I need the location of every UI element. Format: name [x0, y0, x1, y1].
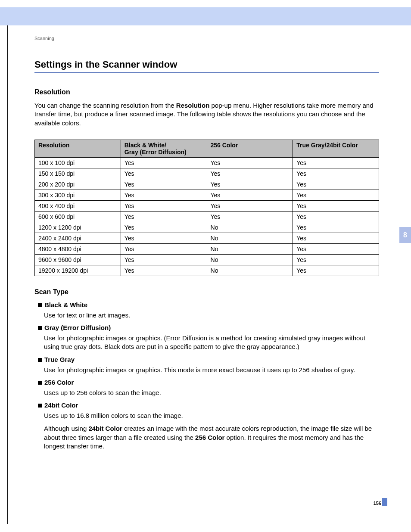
cell-resolution: 9600 x 9600 dpi	[35, 254, 121, 265]
cell-bw: Yes	[121, 211, 207, 222]
table-header-256color: 256 Color	[207, 140, 293, 157]
cell-true: Yes	[293, 168, 379, 179]
table-header-bw-line1: Black & White/	[125, 142, 166, 149]
table-row: 300 x 300 dpi Yes Yes Yes	[35, 190, 379, 200]
list-item: True Gray Use for photographic images or…	[34, 356, 379, 374]
cell-256: Yes	[207, 190, 293, 200]
resolution-para-pre: You can change the scanning resolution f…	[34, 102, 176, 109]
cell-resolution: 300 x 300 dpi	[35, 190, 121, 200]
resolution-paragraph: You can change the scanning resolution f…	[34, 101, 379, 128]
scan-type-title-line: 256 Color	[38, 379, 379, 386]
cell-resolution: 2400 x 2400 dpi	[35, 233, 121, 243]
scan-type-heading: Scan Type	[34, 288, 379, 296]
scan-type-title-line: 24bit Color	[38, 401, 379, 409]
square-bullet-icon	[38, 381, 42, 385]
cell-resolution: 150 x 150 dpi	[35, 168, 121, 179]
cell-256: No	[207, 222, 293, 233]
desc2-pre: Although using	[44, 425, 88, 432]
square-bullet-icon	[38, 326, 42, 330]
cell-256: No	[207, 254, 293, 265]
cell-bw: Yes	[121, 190, 207, 200]
table-row: 200 x 200 dpi Yes Yes Yes	[35, 179, 379, 190]
scan-type-desc: Uses up to 16.8 million colors to scan t…	[44, 411, 379, 420]
cell-bw: Yes	[121, 179, 207, 190]
cell-256: No	[207, 265, 293, 276]
list-item: 24bit Color Uses up to 16.8 million colo…	[34, 401, 379, 451]
cell-bw: Yes	[121, 168, 207, 179]
cell-resolution: 400 x 400 dpi	[35, 200, 121, 211]
scan-type-desc: Uses up to 256 colors to scan the image.	[44, 389, 379, 397]
cell-256: No	[207, 243, 293, 254]
scan-type-title: Gray (Error Diffusion)	[44, 324, 111, 331]
cell-bw: Yes	[121, 265, 207, 276]
list-item: Black & White Use for text or line art i…	[34, 301, 379, 320]
table-row: 9600 x 9600 dpi Yes No Yes	[35, 254, 379, 265]
cell-256: Yes	[207, 200, 293, 211]
cell-resolution: 1200 x 1200 dpi	[35, 222, 121, 233]
resolution-para-bold: Resolution	[176, 102, 210, 109]
cell-256: Yes	[207, 179, 293, 190]
cell-resolution: 600 x 600 dpi	[35, 211, 121, 222]
cell-true: Yes	[293, 233, 379, 243]
scan-type-title: True Gray	[44, 356, 75, 363]
desc2-bold1: 24bit Color	[88, 425, 122, 432]
cell-resolution: 100 x 100 dpi	[35, 157, 121, 168]
page-number-box: 156	[368, 499, 381, 505]
page-number-bar	[382, 498, 387, 506]
cell-bw: Yes	[121, 233, 207, 243]
cell-resolution: 4800 x 4800 dpi	[35, 243, 121, 254]
cell-true: Yes	[293, 200, 379, 211]
scan-type-title-line: Black & White	[38, 301, 379, 308]
cell-bw: Yes	[121, 222, 207, 233]
scan-type-title-line: True Gray	[38, 356, 379, 363]
page-number: 156	[374, 501, 381, 506]
page-content: Scanning Settings in the Scanner window …	[34, 36, 379, 455]
table-row: 400 x 400 dpi Yes Yes Yes	[35, 200, 379, 211]
list-item: Gray (Error Diffusion) Use for photograp…	[34, 324, 379, 352]
list-item: 256 Color Uses up to 256 colors to scan …	[34, 379, 379, 397]
table-header-bw-line2: Gray (Error Diffusion)	[125, 149, 187, 156]
scan-type-desc: Use for photographic images or graphics.…	[44, 366, 379, 374]
cell-true: Yes	[293, 243, 379, 254]
cell-resolution: 19200 x 19200 dpi	[35, 265, 121, 276]
scan-type-list: Black & White Use for text or line art i…	[34, 301, 379, 451]
cell-true: Yes	[293, 254, 379, 265]
table-row: 1200 x 1200 dpi Yes No Yes	[35, 222, 379, 233]
table-row: 600 x 600 dpi Yes Yes Yes	[35, 211, 379, 222]
chapter-tab[interactable]: 8	[399, 227, 411, 243]
table-header-row: Resolution Black & White/ Gray (Error Di…	[35, 140, 379, 157]
table-row: 100 x 100 dpi Yes Yes Yes	[35, 157, 379, 168]
resolution-heading: Resolution	[34, 88, 379, 96]
desc2-bold2: 256 Color	[195, 434, 224, 441]
cell-true: Yes	[293, 179, 379, 190]
table-header-resolution: Resolution	[35, 140, 121, 157]
cell-256: Yes	[207, 157, 293, 168]
scan-type-title: Black & White	[44, 301, 87, 308]
table-header-bw-gray: Black & White/ Gray (Error Diffusion)	[121, 140, 207, 157]
scan-type-title-line: Gray (Error Diffusion)	[38, 324, 379, 331]
table-row: 2400 x 2400 dpi Yes No Yes	[35, 233, 379, 243]
breadcrumb: Scanning	[34, 36, 379, 41]
square-bullet-icon	[38, 404, 42, 408]
cell-bw: Yes	[121, 254, 207, 265]
cell-bw: Yes	[121, 157, 207, 168]
header-band	[0, 7, 411, 25]
cell-256: No	[207, 233, 293, 243]
square-bullet-icon	[38, 358, 42, 362]
resolution-table: Resolution Black & White/ Gray (Error Di…	[34, 140, 379, 276]
scan-type-desc-extra: Although using 24bit Color creates an im…	[44, 424, 379, 451]
table-row: 19200 x 19200 dpi Yes No Yes	[35, 265, 379, 276]
cell-true: Yes	[293, 157, 379, 168]
scan-type-desc: Use for photographic images or graphics.…	[44, 334, 379, 352]
square-bullet-icon	[38, 303, 42, 307]
left-margin-rule	[7, 25, 8, 524]
cell-256: Yes	[207, 211, 293, 222]
cell-true: Yes	[293, 222, 379, 233]
cell-bw: Yes	[121, 243, 207, 254]
cell-true: Yes	[293, 265, 379, 276]
page-title: Settings in the Scanner window	[34, 59, 379, 73]
scan-type-desc: Use for text or line art images.	[44, 311, 379, 320]
cell-resolution: 200 x 200 dpi	[35, 179, 121, 190]
cell-bw: Yes	[121, 200, 207, 211]
cell-true: Yes	[293, 211, 379, 222]
